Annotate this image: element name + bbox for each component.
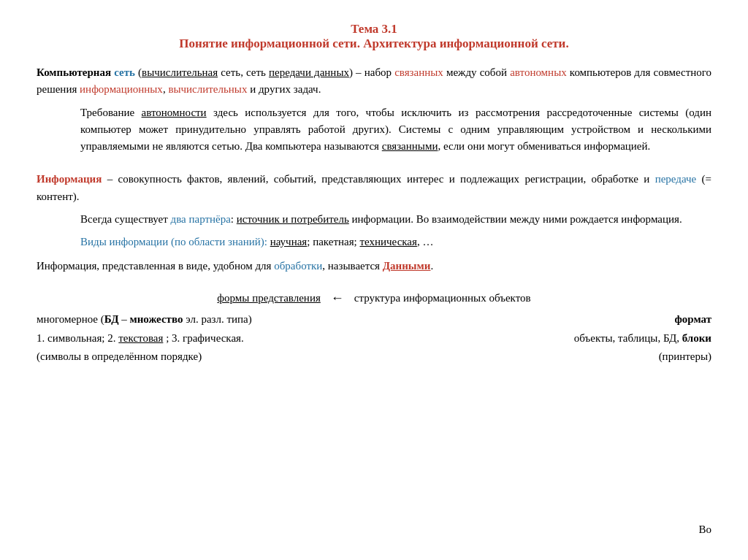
text-графическая: ; 3. графическая. [163,332,243,344]
diagram-row-4: (символы в определённом порядке) (принте… [37,348,711,365]
diagram-forms-label: формы представления [217,290,320,307]
text-многомерное: многомерное ( [37,313,104,325]
diagram-row-2: многомерное (БД – множество эл. разл. ти… [37,311,711,328]
diagram-row-1: формы представления ← структура информац… [37,288,711,309]
text-техническая: техническая [359,236,416,248]
text-информация: Информация [37,173,102,185]
text-два-партнера: два партнёра [171,213,231,225]
text-mid3: между собой [443,66,510,78]
text-mid6: и других задач. [247,83,321,95]
text-формат: формат [674,313,711,325]
text-p4-colon: : [231,213,237,225]
text-передаче: передаче [655,173,697,185]
text-информационных: информационных [80,83,163,95]
diagram-area: формы представления ← структура информац… [37,288,711,366]
text-принтеры: (принтеры) [659,350,711,362]
text-текстовая: текстовая [118,332,163,344]
text-эл: эл. разл. типа) [183,313,251,325]
text-виды-информации: Виды информации (по области знаний): [80,236,270,248]
spacer-1 [37,161,711,171]
text-источник-потребитель: источник и потребитель [237,213,349,225]
paragraph-2: Требование автономности здесь использует… [37,104,711,156]
text-сеть: сеть [114,66,135,78]
diagram-col2-left: многомерное (БД – множество эл. разл. ти… [37,311,374,328]
diagram-col2-right: формат [374,311,711,328]
text-p4-end: информации. Во взаимодействии между ними… [349,213,682,225]
text-mid2: ) – набор [349,66,394,78]
text-компьютерная: Компьютерная [37,66,114,78]
text-mid1: сеть, сеть [218,66,269,78]
paragraph-6: Информация, представленная в виде, удобн… [37,258,711,275]
text-требование: Требование [80,107,142,118]
text-обработки: обработки [274,260,322,272]
text-научная: научная [270,236,308,248]
text-p6-before: Информация, представленная в виде, удобн… [37,260,274,272]
diagram-col3-right: объекты, таблицы, БД, блоки [374,330,711,347]
text-блоки: блоки [682,332,711,344]
diagram-row-3: 1. символьная; 2. текстовая ; 3. графиче… [37,330,711,347]
text-p5-end: , … [417,236,434,248]
text-объекты-таблицы: объекты, таблицы, БД, [574,332,682,344]
text-p2-end: , если они могут обмениваться информацие… [438,140,650,152]
text-автономности: автономности [142,107,207,118]
text-символьная: 1. символьная; 2. [37,332,118,344]
diagram-col4-right: (принтеры) [374,348,711,365]
text-p6-end: . [430,260,433,272]
text-данными: Данными [383,260,431,272]
text-paren: ( [135,66,142,78]
diagram-arrow: ← [331,288,344,309]
paragraph-5: Виды информации (по области знаний): нау… [37,234,711,250]
text-связанными: связанными [382,140,438,152]
text-p5-mid: ; пакетная; [307,236,359,248]
text-вычислительная: вычислительная [142,66,218,78]
diagram-structure-label: структура информационных объектов [354,290,531,307]
paragraph-1: Компьютерная сеть (вычислительная сеть, … [37,64,711,99]
text-p6-mid: , называется [322,260,382,272]
paragraph-3: Информация – совокупность фактов, явлени… [37,171,711,205]
text-вычислительных: вычислительных [168,83,247,95]
diagram-col4-left: (символы в определённом порядке) [37,348,374,365]
text-dash: – [118,313,129,325]
text-бд: БД [104,313,119,325]
paragraph-4: Всегда существует два партнёра: источник… [37,211,711,228]
text-связанных: связанных [394,66,443,78]
title-line2: Понятие информационной сети. Архитектура… [37,37,711,51]
title-block: Тема 3.1 Понятие информационной сети. Ар… [37,22,711,51]
bottom-bo-text: Во [698,521,711,538]
diagram-col3-left: 1. символьная; 2. текстовая ; 3. графиче… [37,330,374,347]
text-p4-before: Всегда существует [80,213,171,225]
text-автономных: автономных [510,66,567,78]
bo-label: Во [698,523,711,535]
content-block: Компьютерная сеть (вычислительная сеть, … [37,64,711,365]
text-множество: множество [129,313,183,325]
text-передачи: передачи данных [269,66,349,78]
page: Тема 3.1 Понятие информационной сети. Ар… [0,0,748,560]
text-p3-rest: – совокупность фактов, явлений, событий,… [102,173,654,185]
title-line1: Тема 3.1 [37,22,711,37]
text-символы-порядок: (символы в определённом порядке) [37,350,202,362]
